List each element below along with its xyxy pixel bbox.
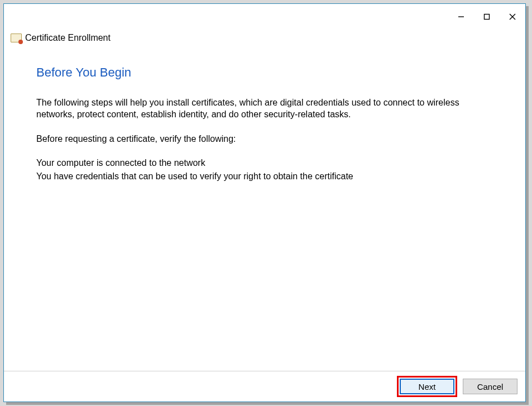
close-icon bbox=[509, 13, 516, 20]
intro-text: The following steps will help you instal… bbox=[36, 97, 494, 121]
minimize-icon bbox=[458, 13, 464, 20]
cancel-button[interactable]: Cancel bbox=[463, 379, 517, 394]
certificate-icon bbox=[11, 34, 22, 42]
maximize-icon bbox=[483, 13, 490, 20]
verify-list: Your computer is connected to the networ… bbox=[36, 157, 497, 182]
wizard-footer: Next Cancel bbox=[4, 371, 525, 402]
wizard-header: Certificate Enrollment bbox=[4, 31, 525, 47]
next-button-highlight: Next bbox=[397, 376, 457, 397]
verify-item: You have credentials that can be used to… bbox=[36, 170, 497, 183]
next-button[interactable]: Next bbox=[400, 379, 454, 394]
verify-item: Your computer is connected to the networ… bbox=[36, 157, 497, 169]
maximize-button[interactable] bbox=[474, 8, 500, 25]
minimize-button[interactable] bbox=[448, 8, 474, 25]
wizard-content: Before You Begin The following steps wil… bbox=[4, 47, 525, 371]
svg-rect-1 bbox=[485, 15, 490, 20]
close-button[interactable] bbox=[500, 8, 525, 25]
page-heading: Before You Begin bbox=[36, 64, 497, 81]
certificate-enrollment-window: Certificate Enrollment Before You Begin … bbox=[3, 3, 526, 402]
wizard-name-label: Certificate Enrollment bbox=[25, 33, 111, 43]
verify-heading: Before requesting a certificate, verify … bbox=[36, 133, 494, 145]
titlebar bbox=[4, 4, 525, 31]
